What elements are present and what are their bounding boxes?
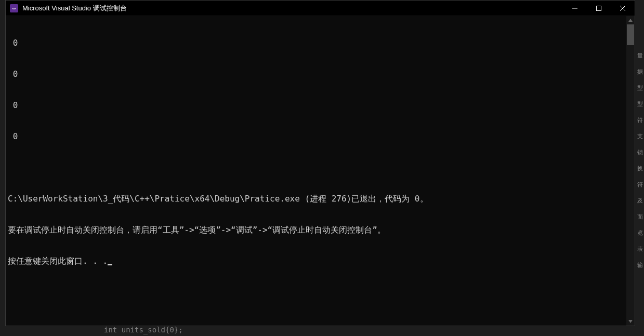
output-line: 0: [8, 131, 626, 142]
console-output: 0 0 0 0 C:\UserWorkStation\3_代码\C++\Prat…: [8, 17, 626, 287]
bg-right-hint: 锁: [637, 149, 644, 156]
output-line: C:\UserWorkStation\3_代码\C++\Pratice\x64\…: [8, 194, 626, 204]
svg-rect-1: [597, 6, 601, 11]
bg-right-hint: 支: [637, 132, 644, 140]
close-button[interactable]: [611, 1, 635, 16]
titlebar[interactable]: ∞ Microsoft Visual Studio 调试控制台: [6, 1, 635, 16]
scroll-down-icon[interactable]: [626, 317, 635, 326]
bg-right-hint: 据: [637, 68, 644, 76]
vertical-scrollbar[interactable]: [626, 16, 635, 326]
console-window: ∞ Microsoft Visual Studio 调试控制台 0 0 0 0 …: [5, 0, 635, 326]
bg-right-hint: 输: [637, 261, 644, 269]
close-icon: [620, 6, 625, 11]
output-line: 0: [8, 38, 626, 48]
bg-right-hints: 量据型型符支锁换符及面览表输: [637, 52, 644, 326]
window-controls: [563, 1, 635, 16]
output-line: [8, 163, 626, 173]
bg-right-hint: 符: [637, 181, 644, 189]
scroll-up-icon[interactable]: [626, 16, 635, 24]
app-icon: ∞: [10, 4, 18, 12]
bg-right-hint: 览: [637, 229, 644, 237]
output-line: 0: [8, 100, 626, 111]
output-line: 按任意键关闭此窗口. . .: [8, 256, 626, 266]
maximize-button[interactable]: [587, 1, 611, 16]
bg-right-hint: 面: [637, 213, 644, 221]
bg-right-hint: 符: [637, 116, 644, 124]
scrollbar-thumb[interactable]: [627, 24, 634, 45]
maximize-icon: [596, 6, 601, 11]
minimize-icon: [572, 6, 577, 11]
output-line: 要在调试停止时自动关闭控制台，请启用“工具”->“选项”->“调试”->“调试停…: [8, 225, 626, 235]
bg-right-hint: 表: [637, 245, 644, 253]
bg-right-hint: 换: [637, 165, 644, 172]
minimize-button[interactable]: [563, 1, 587, 16]
titlebar-left: ∞ Microsoft Visual Studio 调试控制台: [10, 4, 127, 13]
bg-right-hint: 量: [637, 52, 644, 60]
text-cursor: [108, 264, 112, 265]
console-body[interactable]: 0 0 0 0 C:\UserWorkStation\3_代码\C++\Prat…: [6, 16, 635, 326]
bg-right-hint: 及: [637, 197, 644, 205]
output-line: 0: [8, 69, 626, 79]
window-title: Microsoft Visual Studio 调试控制台: [22, 4, 127, 13]
bg-right-hint: 型: [637, 84, 644, 92]
bg-right-hint: 型: [637, 100, 644, 108]
